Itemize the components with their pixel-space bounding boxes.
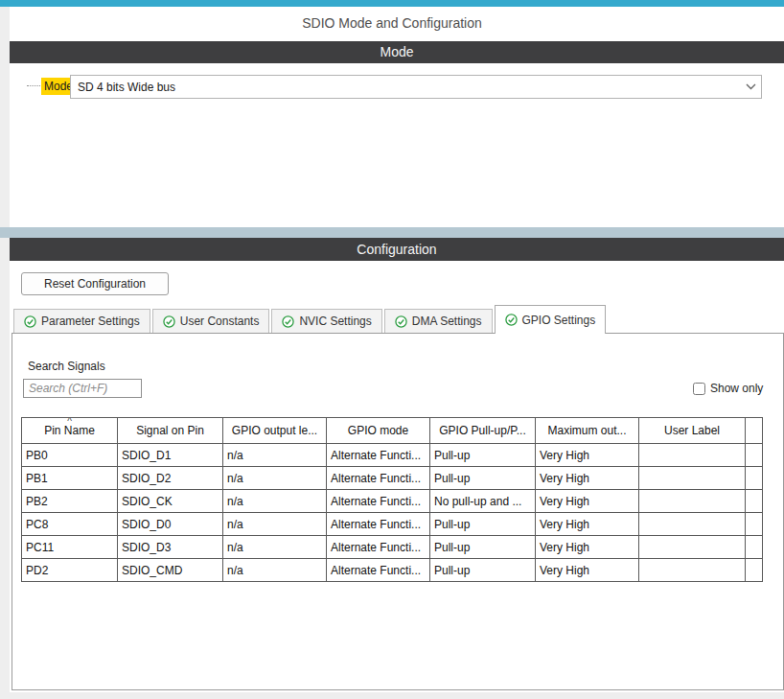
gpio-table: ^Pin NameSignal on PinGPIO output le...G…: [21, 417, 763, 582]
cell[interactable]: [639, 490, 746, 513]
cell[interactable]: Alternate Functi...: [327, 444, 430, 467]
cell[interactable]: Pull-up: [430, 536, 536, 559]
mode-select-value: SD 4 bits Wide bus: [71, 81, 740, 94]
cell[interactable]: Very High: [536, 513, 639, 536]
green-check-icon: [505, 314, 518, 326]
cell[interactable]: n/a: [223, 559, 327, 582]
column-header[interactable]: ^Pin Name: [22, 418, 118, 444]
cell[interactable]: [746, 444, 763, 467]
cell[interactable]: n/a: [223, 467, 327, 490]
cell[interactable]: Pull-up: [430, 444, 536, 467]
sort-asc-icon: ^: [67, 418, 72, 428]
cell[interactable]: No pull-up and ...: [430, 490, 536, 513]
table-row[interactable]: PC8SDIO_D0n/aAlternate Functi...Pull-upV…: [22, 513, 763, 536]
tab-user-constants[interactable]: User Constants: [152, 309, 270, 333]
section-divider: [0, 227, 784, 238]
cell[interactable]: [746, 559, 763, 582]
gpio-settings-panel: Search Signals Show only ^Pin NameSignal…: [12, 333, 784, 690]
column-header[interactable]: [746, 418, 763, 444]
cell[interactable]: PC11: [22, 536, 118, 559]
cell[interactable]: n/a: [223, 536, 327, 559]
tab-nvic-settings[interactable]: NVIC Settings: [271, 309, 381, 333]
table-row[interactable]: PB2SDIO_CKn/aAlternate Functi...No pull-…: [22, 490, 763, 513]
tab-parameter-settings[interactable]: Parameter Settings: [13, 309, 150, 333]
cell[interactable]: [639, 444, 746, 467]
cell[interactable]: [746, 490, 763, 513]
show-only-checkbox[interactable]: [693, 383, 705, 395]
sdio-configuration-window: SDIO Mode and Configuration Mode Mode SD…: [0, 0, 784, 699]
reset-configuration-button[interactable]: Reset Configuration: [21, 272, 169, 295]
green-check-icon: [24, 315, 36, 328]
column-header[interactable]: GPIO output le...: [223, 418, 327, 444]
cell[interactable]: Very High: [536, 444, 639, 467]
table-header-row: ^Pin NameSignal on PinGPIO output le...G…: [22, 418, 763, 444]
cell[interactable]: Very High: [536, 536, 639, 559]
mode-section-header: Mode: [10, 41, 784, 63]
cell[interactable]: PB1: [22, 467, 118, 490]
tab-label: NVIC Settings: [299, 315, 371, 328]
column-header[interactable]: GPIO Pull-up/P...: [430, 418, 536, 444]
cell[interactable]: PC8: [22, 513, 118, 536]
cell[interactable]: Alternate Functi...: [327, 559, 430, 582]
cell[interactable]: Very High: [536, 490, 639, 513]
green-check-icon: [282, 315, 294, 328]
cell[interactable]: [746, 467, 763, 490]
cell[interactable]: SDIO_D1: [118, 444, 223, 467]
cell[interactable]: [746, 513, 763, 536]
cell[interactable]: SDIO_CMD: [118, 559, 223, 582]
cell[interactable]: Alternate Functi...: [327, 513, 430, 536]
search-input[interactable]: [23, 379, 142, 398]
table-row[interactable]: PB1SDIO_D2n/aAlternate Functi...Pull-upV…: [22, 467, 763, 490]
cell[interactable]: Very High: [536, 559, 639, 582]
tab-label: Parameter Settings: [41, 315, 140, 328]
cell[interactable]: n/a: [223, 513, 327, 536]
column-header[interactable]: User Label: [639, 418, 746, 444]
cell[interactable]: SDIO_D0: [118, 513, 223, 536]
show-only-group: Show only: [693, 382, 763, 395]
cell[interactable]: PD2: [22, 559, 118, 582]
cell[interactable]: Alternate Functi...: [327, 490, 430, 513]
tab-gpio-settings[interactable]: GPIO Settings: [495, 305, 607, 334]
cell[interactable]: Pull-up: [430, 513, 536, 536]
cell[interactable]: [639, 559, 746, 582]
cell[interactable]: [639, 467, 746, 490]
cell[interactable]: Very High: [536, 467, 639, 490]
cell[interactable]: Alternate Functi...: [327, 467, 430, 490]
cell[interactable]: Pull-up: [430, 467, 536, 490]
tab-label: User Constants: [180, 315, 260, 328]
table-row[interactable]: PD2SDIO_CMDn/aAlternate Functi...Pull-up…: [22, 559, 763, 582]
show-only-label: Show only: [710, 382, 763, 395]
green-check-icon: [395, 315, 407, 328]
tab-bar: Parameter SettingsUser ConstantsNVIC Set…: [13, 305, 606, 334]
cell[interactable]: SDIO_D3: [118, 536, 223, 559]
column-header[interactable]: Maximum out...: [536, 418, 639, 444]
cell[interactable]: [746, 536, 763, 559]
search-signals-label: Search Signals: [28, 360, 105, 373]
cell[interactable]: PB2: [22, 490, 118, 513]
cell[interactable]: PB0: [22, 444, 118, 467]
tree-connector-dots: [27, 80, 40, 86]
cell[interactable]: Pull-up: [430, 559, 536, 582]
cell[interactable]: SDIO_D2: [118, 467, 223, 490]
cell[interactable]: n/a: [223, 490, 327, 513]
cell[interactable]: [639, 536, 746, 559]
chevron-down-icon: [740, 83, 761, 90]
mode-select[interactable]: SD 4 bits Wide bus: [70, 75, 762, 99]
configuration-section-header: Configuration: [10, 238, 784, 261]
column-header[interactable]: GPIO mode: [327, 418, 430, 444]
green-check-icon: [163, 315, 175, 328]
cell[interactable]: Alternate Functi...: [327, 536, 430, 559]
cell[interactable]: [639, 513, 746, 536]
top-accent-bar: [0, 0, 784, 7]
tab-dma-settings[interactable]: DMA Settings: [384, 309, 493, 333]
table-row[interactable]: PC11SDIO_D3n/aAlternate Functi...Pull-up…: [22, 536, 763, 559]
page-title: SDIO Mode and Configuration: [0, 15, 784, 31]
column-header[interactable]: Signal on Pin: [118, 418, 223, 444]
table-row[interactable]: PB0SDIO_D1n/aAlternate Functi...Pull-upV…: [22, 444, 763, 467]
tab-label: DMA Settings: [412, 315, 482, 328]
tab-label: GPIO Settings: [522, 314, 596, 327]
cell[interactable]: n/a: [223, 444, 327, 467]
cell[interactable]: SDIO_CK: [118, 490, 223, 513]
